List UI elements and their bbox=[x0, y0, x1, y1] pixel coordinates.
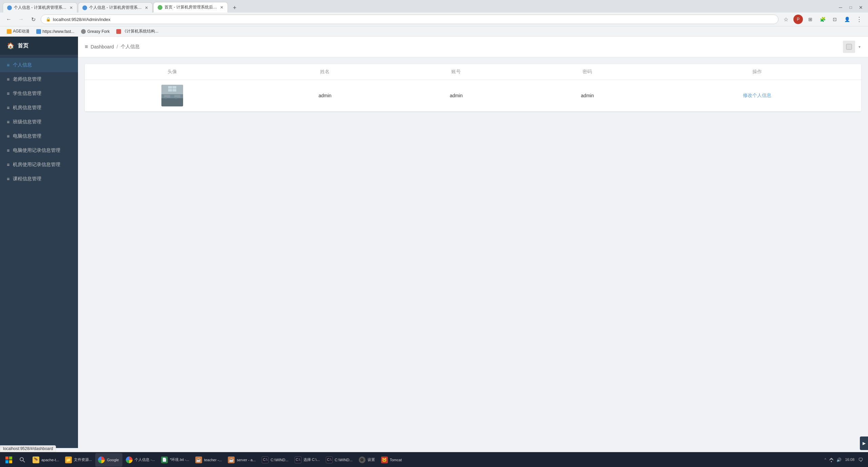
back-button[interactable]: ← bbox=[4, 15, 14, 24]
close-button[interactable]: ✕ bbox=[856, 3, 865, 12]
bookmark-greasy[interactable]: Greasy Fork bbox=[78, 28, 112, 35]
sidebar-icon-computer: ≡ bbox=[7, 134, 9, 139]
dropdown-arrow[interactable]: ▼ bbox=[858, 45, 861, 49]
refresh-button[interactable]: ↻ bbox=[28, 15, 38, 24]
taskbar-item-personal[interactable]: 个人信息 -... bbox=[123, 453, 158, 467]
sidebar-header-text: 首页 bbox=[18, 42, 28, 49]
bookmark-fast[interactable]: https://www.fast... bbox=[34, 28, 77, 35]
taskbar-item-env[interactable]: 📄 *环境.txt -... bbox=[158, 453, 192, 467]
col-action: 操作 bbox=[653, 64, 861, 80]
sidebar-home-icon: 🏠 bbox=[7, 42, 14, 49]
taskbar-label-server: server - a... bbox=[237, 458, 256, 462]
taskbar-icon-personal bbox=[126, 456, 133, 463]
edit-personal-link[interactable]: 修改个人信息 bbox=[743, 93, 771, 98]
cell-name: admin bbox=[259, 80, 391, 111]
svg-rect-2 bbox=[161, 98, 183, 106]
taskbar-item-settings[interactable]: ⚙ 设置 bbox=[356, 453, 378, 467]
sidebar-label-course: 课程信息管理 bbox=[13, 176, 41, 182]
taskbar-item-server[interactable]: ☕ server - a... bbox=[225, 453, 258, 467]
tray-chevron[interactable]: ^ bbox=[823, 458, 828, 462]
start-button[interactable] bbox=[1, 452, 16, 467]
taskbar-label-apache: apache-t... bbox=[41, 458, 59, 462]
address-bar[interactable]: 🔒 localhost:9528/#/Admin/index bbox=[41, 15, 778, 24]
tray-network-icon[interactable] bbox=[828, 456, 835, 463]
sidebar-item-lab[interactable]: ≡ 机房信息管理 bbox=[0, 101, 78, 115]
lock-icon: 🔒 bbox=[46, 17, 51, 22]
tab-3[interactable]: 首页 - 计算机房管理系统后台管... ✕ bbox=[153, 2, 228, 13]
tab-favicon-3 bbox=[158, 5, 162, 10]
taskbar-item-cmd2[interactable]: C:\ 选择 C:\... bbox=[292, 453, 322, 467]
maximize-button[interactable]: □ bbox=[846, 3, 855, 12]
minimize-button[interactable]: ─ bbox=[836, 3, 845, 12]
sidebar-item-computer[interactable]: ≡ 电脑信息管理 bbox=[0, 129, 78, 143]
bm-age-label: AGE动漫 bbox=[13, 28, 29, 34]
bm-greasy-label: Greasy Fork bbox=[87, 29, 110, 34]
tab-2[interactable]: 个人信息 - 计算机房管理系统后... ✕ bbox=[78, 2, 153, 13]
sidebar-header[interactable]: 🏠 首页 bbox=[0, 37, 78, 55]
tray-time[interactable]: 16:08 bbox=[843, 457, 856, 462]
tray-volume-icon[interactable]: 🔊 bbox=[835, 456, 842, 463]
taskbar-item-files[interactable]: 📁 文件资源... bbox=[62, 453, 95, 467]
sidebar-toggle[interactable]: ⊡ bbox=[830, 15, 840, 24]
taskbar-label-personal: 个人信息 -... bbox=[135, 457, 155, 462]
taskbar-search-button[interactable] bbox=[16, 454, 28, 466]
extensions-icon[interactable]: 🧩 bbox=[818, 15, 827, 24]
tab-close-2[interactable]: ✕ bbox=[145, 5, 148, 10]
sidebar-item-student[interactable]: ≡ 学生信息管理 bbox=[0, 86, 78, 101]
taskbar-icon-server: ☕ bbox=[228, 456, 235, 463]
sidebar: 🏠 首页 ≡ 个人信息 ≡ 老师信息管理 ≡ 学生信息管理 ≡ 机房信息管理 ≡ bbox=[0, 37, 78, 448]
taskbar: 🪶 apache-t... 📁 文件资源... Google 个人信息 -...… bbox=[0, 452, 868, 467]
main-content: ≡ Dashboard / 个人信息 ▼ 头像 姓名 账号 bbox=[78, 37, 868, 448]
profile-account[interactable]: 👤 bbox=[842, 15, 852, 24]
taskbar-icon-cmd1: C:\ bbox=[262, 456, 269, 463]
taskbar-label-cmd1: C:\WIND... bbox=[271, 458, 289, 462]
tab-1[interactable]: 个人信息 - 计算机房管理系统后... ✕ bbox=[3, 2, 77, 13]
sidebar-item-course[interactable]: ≡ 课程信息管理 bbox=[0, 172, 78, 186]
taskbar-item-apache[interactable]: 🪶 apache-t... bbox=[30, 453, 62, 467]
browser-chrome: 个人信息 - 计算机房管理系统后... ✕ 个人信息 - 计算机房管理系统后..… bbox=[0, 0, 868, 37]
taskbar-items: 🪶 apache-t... 📁 文件资源... Google 个人信息 -...… bbox=[28, 453, 821, 467]
sidebar-icon-lab-usage: ≡ bbox=[7, 162, 9, 167]
taskbar-item-cmd3[interactable]: C:\ C:\WIND... bbox=[323, 453, 355, 467]
cell-password: admin bbox=[522, 80, 653, 111]
svg-rect-3 bbox=[164, 95, 170, 98]
cell-action[interactable]: 修改个人信息 bbox=[653, 80, 861, 111]
taskbar-icon-cmd3: C:\ bbox=[326, 456, 333, 463]
sidebar-item-personal[interactable]: ≡ 个人信息 bbox=[0, 58, 78, 72]
avatar-thumbnail bbox=[161, 85, 183, 106]
taskbar-item-cmd1[interactable]: C:\ C:\WIND... bbox=[259, 453, 291, 467]
bookmark-star[interactable]: ☆ bbox=[781, 15, 791, 24]
bookmark-cs[interactable]: 《计算机系统结构... bbox=[114, 28, 161, 35]
sidebar-item-class[interactable]: ≡ 班级信息管理 bbox=[0, 115, 78, 129]
user-avatar-placeholder[interactable] bbox=[843, 41, 855, 53]
forward-button[interactable]: → bbox=[16, 15, 26, 24]
sidebar-label-lab: 机房信息管理 bbox=[13, 105, 41, 111]
sidebar-icon-course: ≡ bbox=[7, 176, 9, 182]
svg-point-15 bbox=[20, 458, 23, 461]
col-avatar: 头像 bbox=[85, 64, 259, 80]
bm-fast-label: https://www.fast... bbox=[42, 29, 74, 34]
taskbar-item-teacher[interactable]: ☕ teacher -... bbox=[193, 453, 225, 467]
sidebar-item-teacher[interactable]: ≡ 老师信息管理 bbox=[0, 72, 78, 86]
sidebar-item-computer-usage[interactable]: ≡ 电脑使用记录信息管理 bbox=[0, 143, 78, 158]
corner-expand-button[interactable]: ▶ bbox=[860, 436, 868, 450]
taskbar-icon-apache: 🪶 bbox=[33, 456, 39, 463]
menu-icon[interactable]: ≡ bbox=[85, 44, 88, 50]
sidebar-item-lab-usage[interactable]: ≡ 机房使用记录信息管理 bbox=[0, 158, 78, 172]
tray-notification[interactable]: 🗨 bbox=[857, 456, 864, 463]
sidebar-label-computer-usage: 电脑使用记录信息管理 bbox=[13, 147, 60, 154]
sidebar-label-computer: 电脑信息管理 bbox=[13, 133, 41, 139]
taskbar-item-browser[interactable]: Google bbox=[95, 453, 122, 467]
taskbar-item-tomcat[interactable]: 🐱 Tomcat bbox=[378, 453, 405, 467]
menu-button[interactable]: ⋮ bbox=[854, 15, 864, 24]
profile-icon[interactable]: P bbox=[793, 15, 803, 24]
bookmarks-bar: AGE动漫 https://www.fast... Greasy Fork 《计… bbox=[0, 26, 868, 37]
bookmark-age[interactable]: AGE动漫 bbox=[4, 28, 32, 35]
chrome-apps-icon[interactable]: ⊞ bbox=[806, 15, 815, 24]
col-account: 账号 bbox=[391, 64, 522, 80]
tab-close-1[interactable]: ✕ bbox=[70, 5, 73, 10]
new-tab-button[interactable]: + bbox=[230, 3, 239, 13]
bm-cs-icon bbox=[116, 29, 121, 34]
tray-time-value: 16:08 bbox=[845, 457, 854, 462]
tab-close-3[interactable]: ✕ bbox=[220, 5, 223, 10]
